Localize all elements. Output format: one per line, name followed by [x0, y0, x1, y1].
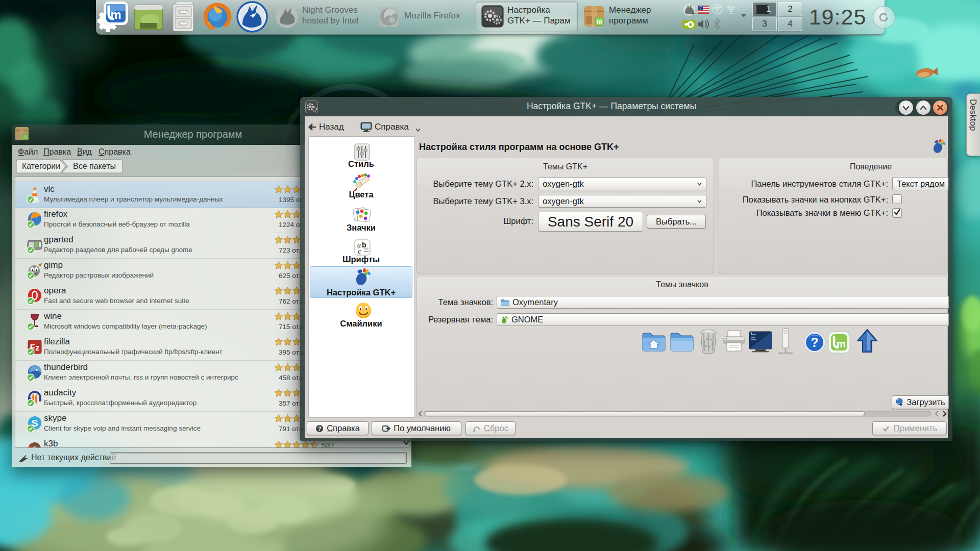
svg-text:b: b — [362, 241, 366, 249]
svg-text:m: m — [837, 338, 846, 349]
svg-text:Категории: Категории — [22, 162, 60, 170]
svg-text:?: ? — [811, 335, 818, 349]
svg-text:c: c — [358, 247, 361, 255]
svg-text:?: ? — [318, 425, 322, 432]
svg-text:m: m — [597, 18, 602, 26]
svg-text:Все пакеты: Все пакеты — [73, 162, 116, 170]
